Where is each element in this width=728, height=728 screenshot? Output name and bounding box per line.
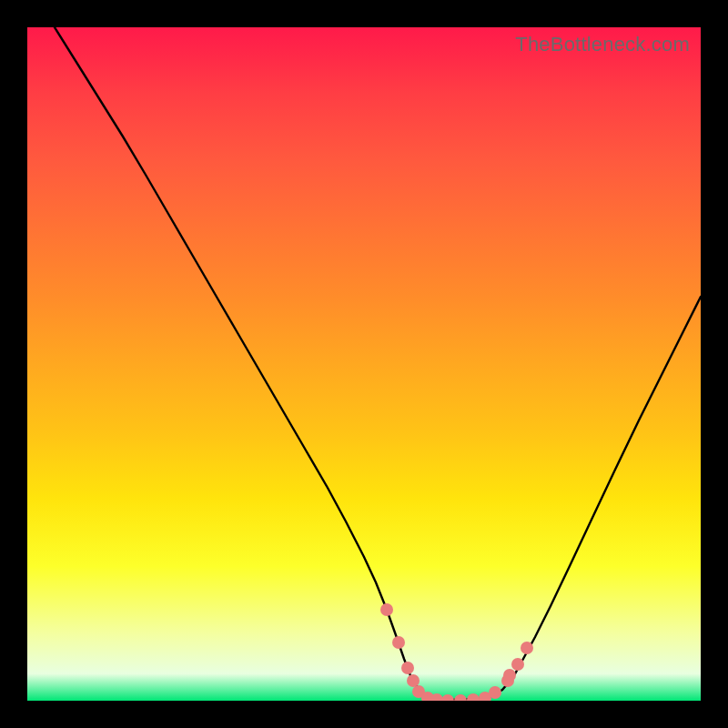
chart-plot-area: TheBottleneck.com xyxy=(27,27,701,701)
data-dot xyxy=(407,674,420,687)
data-dot xyxy=(392,636,405,649)
dots-group xyxy=(380,603,533,701)
data-dot xyxy=(441,694,454,701)
watermark-text: TheBottleneck.com xyxy=(515,33,690,56)
data-dot xyxy=(511,658,524,671)
data-dot xyxy=(489,686,501,699)
data-dot xyxy=(521,642,533,654)
data-dot xyxy=(467,693,480,701)
data-dot xyxy=(454,694,467,701)
dots-layer xyxy=(27,27,701,701)
data-dot xyxy=(503,669,516,682)
data-dot xyxy=(380,603,393,616)
data-dot xyxy=(401,662,414,674)
